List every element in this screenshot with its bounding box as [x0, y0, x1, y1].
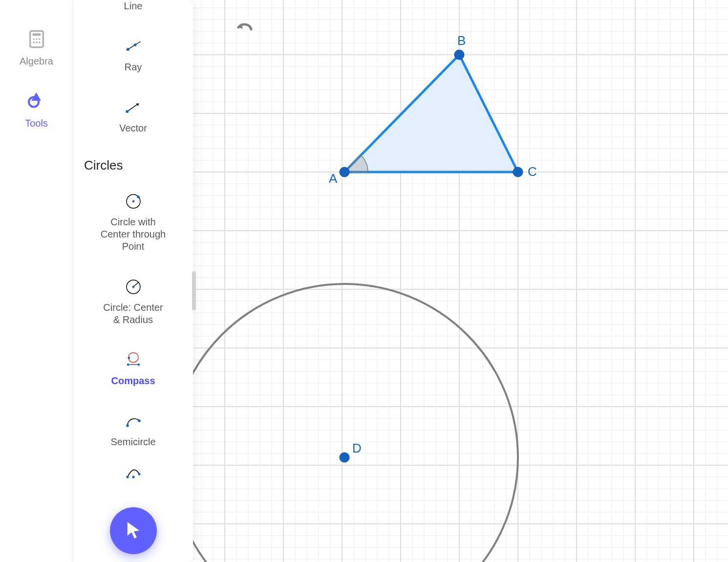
tool-compass[interactable]: Compass: [79, 341, 187, 402]
compass-circle[interactable]: [193, 284, 518, 562]
tool-panel: Line Ray Vector Circles Circle withCente…: [73, 0, 193, 562]
vector-icon: [124, 98, 143, 117]
svg-point-4: [39, 38, 41, 40]
point-b[interactable]: [454, 50, 464, 60]
circle-through-icon: [124, 192, 143, 211]
circle-radius-icon: [124, 277, 143, 297]
svg-point-28: [132, 476, 134, 478]
tool-arc[interactable]: [79, 463, 187, 497]
svg-point-25: [126, 424, 129, 427]
section-circles: Circles: [79, 149, 187, 182]
tool-semicircle[interactable]: Semicircle: [79, 402, 187, 463]
tool-circle-radius-label: Circle: Center& Radius: [103, 302, 163, 326]
tool-circle-through-label: Circle withCenter throughPoint: [101, 216, 166, 253]
scroll-thumb[interactable]: [192, 271, 196, 310]
point-d[interactable]: [340, 453, 349, 462]
tool-circle-through[interactable]: Circle withCenter throughPoint: [79, 182, 187, 267]
nav-algebra[interactable]: Algebra: [20, 29, 53, 67]
ray-icon: [124, 37, 143, 56]
tool-vector-label: Vector: [119, 122, 147, 134]
tool-ray-label: Ray: [125, 61, 142, 73]
canvas-svg[interactable]: ABCD: [193, 0, 728, 562]
undo-icon: [235, 20, 254, 36]
svg-point-23: [127, 364, 129, 366]
tool-scroll[interactable]: Line Ray Vector Circles Circle withCente…: [79, 0, 187, 562]
svg-point-3: [36, 38, 38, 40]
label-c: C: [528, 164, 537, 179]
nav-rail: Algebra Tools: [0, 0, 73, 562]
nav-tools[interactable]: Tools: [25, 91, 48, 129]
tool-semicircle-label: Semicircle: [110, 436, 155, 448]
label-b: B: [457, 33, 466, 48]
svg-point-7: [39, 42, 41, 43]
semicircle-icon: [124, 411, 143, 431]
svg-rect-1: [32, 33, 41, 36]
tool-vector[interactable]: Vector: [79, 88, 187, 149]
point-c[interactable]: [513, 167, 523, 177]
svg-point-19: [132, 286, 134, 288]
tool-line-label: Line: [124, 0, 143, 12]
tool-compass-label: Compass: [111, 375, 155, 387]
svg-point-6: [36, 42, 38, 43]
tool-line[interactable]: Line: [79, 0, 187, 27]
svg-point-29: [138, 473, 140, 475]
nav-tools-label: Tools: [25, 118, 48, 129]
canvas[interactable]: ABCD: [193, 0, 728, 562]
calculator-icon: [27, 29, 46, 51]
svg-point-16: [137, 195, 140, 198]
svg-point-27: [126, 476, 128, 478]
svg-point-2: [33, 38, 35, 40]
svg-point-21: [128, 357, 130, 359]
compass-icon: [124, 350, 143, 370]
shapes-icon: [26, 91, 46, 113]
nav-algebra-label: Algebra: [20, 56, 53, 67]
arc-icon: [124, 463, 143, 482]
svg-point-26: [138, 419, 141, 422]
label-a: A: [329, 171, 338, 186]
svg-point-15: [132, 200, 134, 203]
move-fab[interactable]: [110, 507, 157, 554]
svg-point-5: [33, 42, 35, 43]
point-a[interactable]: [340, 167, 349, 177]
svg-point-13: [126, 110, 128, 113]
svg-point-10: [127, 48, 129, 51]
tool-circle-radius[interactable]: Circle: Center& Radius: [79, 267, 187, 341]
label-d: D: [352, 441, 362, 455]
tool-ray[interactable]: Ray: [79, 27, 187, 88]
svg-line-12: [127, 104, 139, 111]
svg-point-11: [133, 43, 136, 46]
undo-button[interactable]: [235, 20, 254, 38]
cursor-icon: [123, 519, 144, 542]
svg-point-24: [137, 364, 140, 366]
